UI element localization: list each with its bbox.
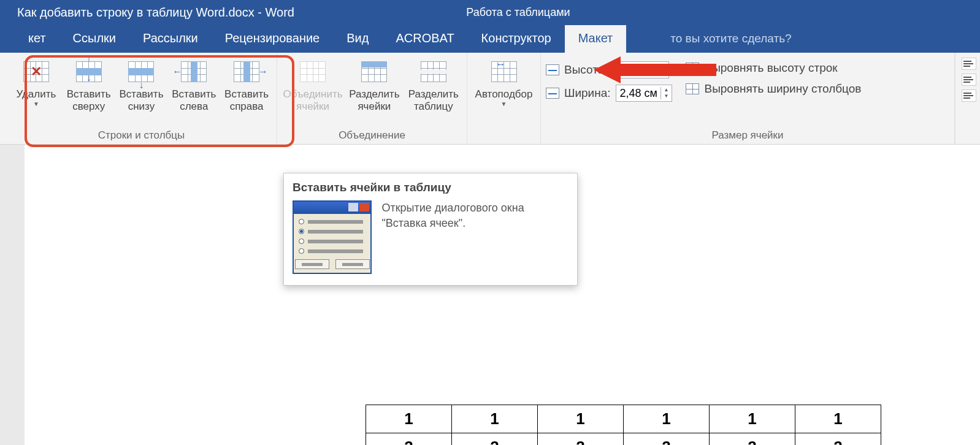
tab-acrobat[interactable]: ACROBAT xyxy=(382,25,467,53)
col-width-icon xyxy=(546,88,559,99)
insert-left-label-1: Вставить xyxy=(172,88,216,101)
chevron-down-icon: ▼ xyxy=(501,101,507,108)
autofit-label: Автоподбор xyxy=(475,88,533,101)
table-cell[interactable]: 2 xyxy=(710,433,795,446)
table-cell[interactable]: 1 xyxy=(795,405,881,433)
group-rows-columns: ✕ Удалить ▼ ↑↓ Вставить сверху ↓ Вставит… xyxy=(0,53,277,144)
split-cells-button[interactable]: Разделить ячейки xyxy=(346,56,402,112)
page-margin-shadow xyxy=(0,145,25,445)
group-cell-size-label: Размер ячейки xyxy=(546,127,949,144)
align-middle-left-button[interactable] xyxy=(962,74,976,86)
row-height-icon xyxy=(546,64,559,75)
screentip-title: Вставить ячейки в таблицу xyxy=(293,181,568,194)
dialog-preview-icon xyxy=(293,200,372,274)
delete-icon: ✕ xyxy=(23,61,49,82)
document-title: Как добавить строку в таблицу Word.docx … xyxy=(17,6,294,20)
distribute-rows-label: Выровнять высоту строк xyxy=(704,61,837,75)
autofit-icon: ↔ xyxy=(491,61,517,82)
tab-links[interactable]: Ссылки xyxy=(59,25,129,53)
table-cell[interactable]: 2 xyxy=(452,433,538,446)
split-cells-label-2: ячейки xyxy=(358,101,391,113)
tab-design[interactable]: Конструктор xyxy=(468,25,565,53)
table-cell[interactable]: 2 xyxy=(538,433,624,446)
align-top-left-button[interactable] xyxy=(962,58,976,70)
table-cell[interactable]: 1 xyxy=(538,405,624,433)
width-input[interactable] xyxy=(616,87,660,100)
table-cell[interactable]: 2 xyxy=(795,433,881,446)
screentip-description: Открытие диалогового окна "Вставка ячеек… xyxy=(381,200,568,274)
table-row[interactable]: 111111 xyxy=(366,405,881,433)
table-row[interactable]: 222222 xyxy=(366,433,881,446)
insert-right-icon: → xyxy=(234,61,259,82)
height-up[interactable]: ▲ xyxy=(658,64,669,70)
insert-above-label-1: Вставить xyxy=(67,88,111,101)
insert-below-label-2: снизу xyxy=(128,101,155,113)
merge-cells-button: Объединить ячейки xyxy=(282,56,343,112)
height-spinner[interactable]: ▲▼ xyxy=(613,61,670,78)
group-merge: Объединить ячейки Разделить ячейки Разде… xyxy=(277,53,467,144)
split-table-button[interactable]: Разделить таблицу xyxy=(405,56,462,112)
delete-button[interactable]: ✕ Удалить ▼ xyxy=(11,56,61,107)
height-input[interactable] xyxy=(613,64,657,77)
tab-view[interactable]: Вид xyxy=(333,25,382,53)
ribbon: ✕ Удалить ▼ ↑↓ Вставить сверху ↓ Вставит… xyxy=(0,53,980,145)
table-cell[interactable]: 1 xyxy=(710,405,795,433)
distribute-cols-icon xyxy=(686,83,699,94)
delete-label: Удалить xyxy=(16,88,56,101)
tab-mailings[interactable]: Рассылки xyxy=(129,25,212,53)
insert-right-label-1: Вставить xyxy=(224,88,269,101)
merge-cells-icon xyxy=(300,61,326,82)
group-autofit-label xyxy=(472,140,535,144)
table-cell[interactable]: 1 xyxy=(452,405,538,433)
height-label: Высота: xyxy=(564,63,608,77)
table-cell[interactable]: 2 xyxy=(366,433,452,446)
group-alignment xyxy=(955,53,980,144)
document-table[interactable]: 111111222222333333444444555555 xyxy=(366,405,881,445)
chevron-down-icon: ▼ xyxy=(33,101,39,108)
tab-layout[interactable]: Макет xyxy=(565,25,627,53)
table-cell[interactable]: 2 xyxy=(624,433,710,446)
group-cell-size: Высота: ▲▼ Ширина: ▲▼ xyxy=(541,53,955,144)
tab-review[interactable]: Рецензирование xyxy=(212,25,333,53)
table-cell[interactable]: 1 xyxy=(366,405,452,433)
distribute-cols-label: Выровнять ширину столбцов xyxy=(704,82,861,96)
split-table-icon xyxy=(421,61,446,82)
width-up[interactable]: ▲ xyxy=(661,87,672,93)
group-autofit: ↔ Автоподбор ▼ xyxy=(467,53,541,144)
autofit-button[interactable]: ↔ Автоподбор ▼ xyxy=(472,56,535,107)
context-tab-title: Работа с таблицами xyxy=(445,0,592,25)
screentip: Вставить ячейки в таблицу Открытие диало… xyxy=(283,173,578,286)
insert-left-label-2: слева xyxy=(180,101,208,113)
tell-me-search[interactable]: то вы хотите сделать? xyxy=(657,26,805,53)
insert-below-button[interactable]: ↓ Вставить снизу xyxy=(117,56,167,112)
table-body: 111111222222333333444444555555 xyxy=(366,405,881,446)
merge-label-1: Объединить xyxy=(283,88,343,101)
distribute-rows-button[interactable]: Выровнять высоту строк xyxy=(686,61,861,75)
insert-left-button[interactable]: ← Вставить слева xyxy=(169,56,219,112)
split-table-label-2: таблицу xyxy=(414,101,453,113)
distribute-rows-icon xyxy=(686,63,699,74)
split-table-label-1: Разделить xyxy=(408,88,459,101)
width-label: Ширина: xyxy=(564,86,611,100)
align-bottom-left-button[interactable] xyxy=(962,89,976,102)
group-rows-columns-label: Строки и столбцы xyxy=(11,127,272,144)
tab-partial[interactable]: кет xyxy=(15,25,59,53)
split-cells-label-1: Разделить xyxy=(349,88,399,101)
insert-below-icon: ↓ xyxy=(128,61,154,82)
table-cell[interactable]: 1 xyxy=(624,405,710,433)
ribbon-tabs: кет Ссылки Рассылки Рецензирование Вид A… xyxy=(0,25,980,53)
distribute-cols-button[interactable]: Выровнять ширину столбцов xyxy=(686,82,861,96)
group-merge-label: Объединение xyxy=(282,127,462,144)
split-cells-icon xyxy=(361,61,387,82)
insert-above-icon: ↑↓ xyxy=(76,61,102,82)
insert-above-button[interactable]: ↑↓ Вставить сверху xyxy=(64,56,114,112)
width-spinner[interactable]: ▲▼ xyxy=(616,85,673,102)
merge-label-2: ячейки xyxy=(296,101,329,113)
width-down[interactable]: ▼ xyxy=(661,93,672,99)
insert-right-button[interactable]: → Вставить справа xyxy=(221,56,272,112)
insert-right-label-2: справа xyxy=(230,101,264,113)
insert-above-label-2: сверху xyxy=(72,101,105,113)
insert-left-icon: ← xyxy=(181,61,207,82)
height-down[interactable]: ▼ xyxy=(658,70,669,76)
